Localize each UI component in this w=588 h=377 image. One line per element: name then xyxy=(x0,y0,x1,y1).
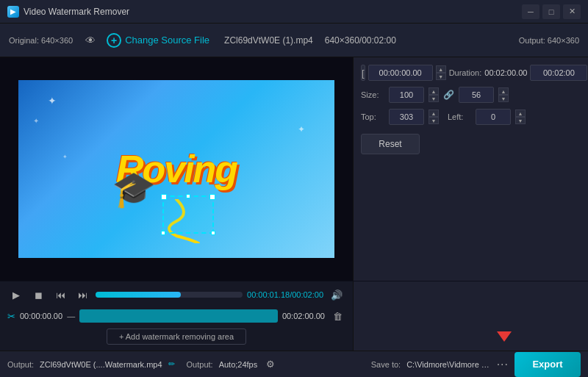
reset-button[interactable]: Reset xyxy=(361,134,420,154)
progress-fill xyxy=(96,292,181,298)
step-back-button[interactable]: ⏮ xyxy=(51,286,69,304)
bottom-bar: Output: ZCl69dVtW0E (....Watermark.mp4 ✏… xyxy=(0,351,588,377)
title-bar: ▶ Video Watermark Remover ─ □ ✕ xyxy=(0,0,588,24)
left-down[interactable]: ▼ xyxy=(515,117,526,124)
link-icon: 🔗 xyxy=(443,90,454,100)
maximize-button[interactable]: □ xyxy=(542,4,560,19)
top-up[interactable]: ▲ xyxy=(429,109,439,117)
output-format-value: Auto;24fps xyxy=(219,360,258,369)
top-label: Top: xyxy=(361,112,384,121)
output-file-label: Output: xyxy=(7,360,34,369)
export-button[interactable]: Export xyxy=(514,352,581,377)
time-display: 00:00:01.18/00:02:00 xyxy=(247,290,323,299)
handle-bottom-right[interactable] xyxy=(211,231,215,235)
step-fwd-button[interactable]: ⏭ xyxy=(74,286,91,304)
left-col: ✦ ✦ ✦ ✦ 🎓 Roving xyxy=(0,57,353,281)
height-spinner[interactable]: ▲ ▼ xyxy=(498,87,509,102)
add-watermark-area-button[interactable]: + Add watermark removing area xyxy=(107,328,246,345)
video-background: ✦ ✦ ✦ ✦ 🎓 Roving xyxy=(18,80,334,258)
watermark-selection-box[interactable] xyxy=(162,195,214,234)
minimize-button[interactable]: ─ xyxy=(522,4,539,19)
size-row: Size: ▲ ▼ 🔗 ▲ ▼ xyxy=(361,87,581,103)
file-info: 640×360/00:02:00 xyxy=(325,35,396,46)
down-arrow-icon xyxy=(497,331,512,342)
right-panel: [ ▲ ▼ Duration: 00:02:00.00 ▲ ▼ ] Size: xyxy=(353,57,588,281)
progress-bar[interactable] xyxy=(96,292,243,298)
top-spinner[interactable]: ▲ ▼ xyxy=(429,109,439,124)
left-input[interactable] xyxy=(476,109,511,125)
title-bar-left: ▶ Video Watermark Remover xyxy=(7,6,129,18)
bracket-start-button[interactable]: [ xyxy=(361,65,365,81)
stop-button[interactable]: ◼ xyxy=(29,286,47,304)
video-preview: ✦ ✦ ✦ ✦ 🎓 Roving xyxy=(0,57,353,281)
volume-button[interactable]: 🔊 xyxy=(328,286,345,304)
eye-button[interactable]: 👁 xyxy=(80,30,101,51)
output-label: Output: 640×360 xyxy=(519,36,579,45)
width-spinner[interactable]: ▲ ▼ xyxy=(429,87,439,102)
clip-icon: ✂ xyxy=(7,311,15,322)
clip-end-time: 00:02:00.00 xyxy=(282,312,325,320)
handle-bottom-left[interactable] xyxy=(161,231,165,235)
play-button[interactable]: ▶ xyxy=(7,286,25,304)
height-input[interactable] xyxy=(459,87,494,103)
app-icon: ▶ xyxy=(7,6,19,18)
output-file-name: ZCl69dVtW0E (....Watermark.mp4 xyxy=(40,360,162,369)
change-source-label: Change Source File xyxy=(125,35,209,46)
close-button[interactable]: ✕ xyxy=(563,4,581,19)
output-format-label: Output: xyxy=(187,360,213,369)
left-label: Left: xyxy=(448,112,471,121)
reset-row: Reset xyxy=(361,131,581,154)
plus-circle-icon: + xyxy=(107,33,121,48)
top-input[interactable] xyxy=(389,109,424,125)
original-label: Original: 640×360 xyxy=(9,36,73,45)
delete-clip-button[interactable]: 🗑 xyxy=(329,308,345,324)
left-up[interactable]: ▲ xyxy=(515,109,526,117)
time-start-spinner[interactable]: ▲ ▼ xyxy=(436,65,446,80)
top-down[interactable]: ▼ xyxy=(429,117,439,124)
position-row: Top: ▲ ▼ Left: ▲ ▼ xyxy=(361,109,581,125)
size-label: Size: xyxy=(361,90,384,99)
left-spinner[interactable]: ▲ ▼ xyxy=(515,109,526,124)
app-title: Video Watermark Remover xyxy=(24,7,129,17)
save-to-label: Save to: xyxy=(371,360,401,369)
handle-top-middle[interactable] xyxy=(186,194,190,198)
duration-label: Duration: xyxy=(449,68,482,77)
duration-value: 00:02:00.00 xyxy=(484,68,527,77)
video-frame: ✦ ✦ ✦ ✦ 🎓 Roving xyxy=(18,80,334,258)
duration-end-input[interactable] xyxy=(530,65,587,81)
clip-timeline-bar[interactable] xyxy=(79,309,278,323)
clip-separator: — xyxy=(67,312,75,320)
height-up[interactable]: ▲ xyxy=(498,87,509,95)
time-start-down[interactable]: ▼ xyxy=(436,73,446,80)
width-down[interactable]: ▼ xyxy=(429,95,439,102)
time-start-up[interactable]: ▲ xyxy=(436,65,446,73)
add-area-row: + Add watermark removing area xyxy=(7,328,345,345)
app-window: ▶ Video Watermark Remover ─ □ ✕ Original… xyxy=(0,0,588,377)
timeline-panel: ▶ ◼ ⏮ ⏭ 00:00:01.18/00:02:00 🔊 ✂ 00:00:0… xyxy=(0,281,353,351)
save-path: C:\Vidmore\Vidmore Video Converter\Video… xyxy=(406,360,491,369)
file-name: ZCl69dVtW0E (1).mp4 xyxy=(224,35,313,46)
clip-row: ✂ 00:00:00.00 — 00:02:00.00 🗑 xyxy=(7,308,345,324)
grad-cap-icon: 🎓 xyxy=(112,169,156,210)
arrow-indicator xyxy=(497,331,512,342)
clip-start-time: 00:00:00.00 xyxy=(20,312,62,320)
width-up[interactable]: ▲ xyxy=(429,87,439,95)
toolbar: Original: 640×360 👁 + Change Source File… xyxy=(0,24,588,57)
time-range-row: [ ▲ ▼ Duration: 00:02:00.00 ▲ ▼ ] xyxy=(361,65,581,81)
playback-controls: ▶ ◼ ⏮ ⏭ 00:00:01.18/00:02:00 🔊 xyxy=(7,286,345,304)
browse-save-path-button[interactable]: ··· xyxy=(497,358,509,371)
content-row: ✦ ✦ ✦ ✦ 🎓 Roving xyxy=(0,57,588,281)
timeline-right-spacer xyxy=(353,281,588,351)
height-down[interactable]: ▼ xyxy=(498,95,509,102)
time-start-input[interactable] xyxy=(368,65,433,81)
settings-icon[interactable]: ⚙ xyxy=(266,359,275,370)
title-bar-controls: ─ □ ✕ xyxy=(522,4,581,19)
edit-output-icon[interactable]: ✏ xyxy=(168,359,175,369)
width-input[interactable] xyxy=(389,87,424,103)
change-source-button[interactable]: + Change Source File xyxy=(107,33,209,48)
